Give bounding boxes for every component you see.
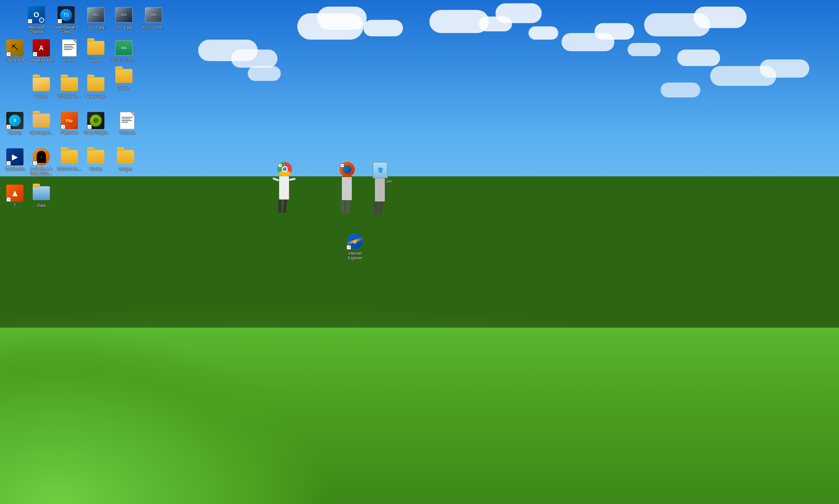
icon-images[interactable]: Images: [111, 147, 140, 173]
icon-notes-txt[interactable]: Notes.txt: [112, 111, 142, 137]
icon-camstudio[interactable]: ▶ ↗ CamStudio: [0, 147, 30, 173]
dig-n-rig-label: Dig-N-Rig: [6, 58, 24, 62]
icon-cheat-engine[interactable]: ⚙ ↗ Cheat Engine: [81, 111, 111, 137]
icon-tdsskiller[interactable]: TDSSKiller....: [54, 74, 84, 100]
icon-microsoft-outlook[interactable]: O ↗ Microsoft Outlook: [21, 5, 51, 36]
microsoft-outlook-icon: O ↗: [28, 6, 45, 23]
202-6-jpg-label: 202-6.jpg: [88, 25, 104, 30]
teamspeak3-icon: TS ↗: [57, 6, 75, 23]
2012-03-16-icon: [61, 148, 78, 165]
icon-phone[interactable]: phone: [109, 66, 139, 92]
icon-202-6-jpg[interactable]: IMG 202-6.jpg: [81, 5, 111, 31]
tdsskiller-label: TDSSKiller....: [57, 94, 81, 99]
images-icon: [117, 148, 134, 165]
icon-idiocracy[interactable]: Idiocracy.LI...: [26, 111, 56, 137]
shortcut-arrow: ↗: [346, 245, 351, 250]
cheat-engine-label: Cheat Engine: [84, 130, 108, 135]
bin-label: bin: [387, 179, 392, 184]
2012-03-15-icon: IMG: [115, 39, 132, 56]
shortcut-arrow: ↗: [33, 161, 37, 165]
202-6-jpg-icon: IMG: [87, 6, 104, 23]
icon-benny[interactable]: Benny: [26, 74, 56, 100]
idiocracy-label: Idiocracy.LI...: [30, 130, 53, 135]
eula-txt-label: eula.txt: [63, 58, 76, 62]
icon-klaypex[interactable]: klaypex: [81, 38, 111, 64]
firefox-character: ↗: [334, 162, 360, 215]
cheat-engine-icon: ⚙ ↗: [87, 112, 104, 129]
flipshare-icon: Flip ↗: [61, 112, 78, 129]
icon-data[interactable]: Data: [26, 183, 56, 209]
notes-txt-icon: [119, 112, 136, 129]
icon-2012-03-15[interactable]: IMG 2012-03-15....: [109, 38, 139, 64]
2012-03-09-label: 2012-03-09....: [141, 25, 166, 30]
icon-2012-03-16[interactable]: 2012-03-16....: [54, 147, 84, 173]
teamspeak3-label: TeamSpeak 3 Client: [53, 25, 79, 34]
202-8-jpg-icon: IMG: [115, 6, 132, 23]
tdsskiller-icon: [61, 76, 78, 93]
microsoft-outlook-label: Microsoft Outlook: [23, 25, 50, 34]
camstudio-label: CamStudio: [5, 167, 24, 172]
2012-03-15-label: 2012-03-15....: [112, 58, 137, 62]
klaypex-icon: [87, 39, 104, 56]
chrome-character: ↗: [271, 162, 297, 215]
2012-03-09-icon: IMG: [145, 6, 162, 23]
dig-n-rig-icon: ⛏ ↗: [6, 39, 23, 56]
desktop: O ↗ Microsoft Outlook TS ↗ TeamSpeak 3 C…: [0, 0, 839, 504]
icon-internet-explorer[interactable]: e ↗ InternetExplorer: [340, 231, 370, 262]
adobe-reader-label: Adobe Reader X: [28, 58, 55, 67]
shortcut-arrow: ↗: [33, 52, 37, 56]
adobe-reader-icon: A ↗: [33, 39, 50, 56]
idiocracy-icon: [33, 112, 50, 129]
icon-movies[interactable]: Movies: [81, 147, 111, 173]
internet-explorer-label: InternetExplorer: [348, 251, 363, 260]
icon-eula-txt[interactable]: eula.txt: [54, 38, 84, 64]
notes-txt-label: Notes.txt: [119, 130, 135, 135]
new-folder-icon: [87, 76, 104, 93]
speccy-label: Speccy: [8, 130, 21, 135]
camstudio-icon: ▶ ↗: [6, 148, 23, 165]
t-icon: ▲ ↗: [6, 185, 23, 202]
icon-audacity[interactable]: ♪ ↗ Audacity 1.3 Beta (Unic...: [26, 147, 56, 178]
icon-speccy[interactable]: S ↗ Speccy: [0, 111, 30, 137]
icon-adobe-reader[interactable]: A ↗ Adobe Reader X: [26, 38, 56, 69]
audacity-icon: ♪ ↗: [33, 148, 50, 165]
shortcut-arrow: ↗: [61, 125, 66, 129]
shortcut-arrow: ↗: [87, 125, 92, 129]
movies-icon: [87, 148, 104, 165]
data-icon: [33, 185, 50, 202]
icon-t[interactable]: ▲ ↗ T: [0, 183, 30, 209]
shortcut-arrow: ↗: [28, 19, 32, 23]
eula-txt-icon: [61, 39, 78, 56]
klaypex-label: klaypex: [89, 58, 103, 62]
shortcut-arrow: ↗: [6, 161, 11, 165]
phone-label: phone: [118, 86, 129, 90]
phone-icon: [115, 67, 132, 85]
icon-202-8-jpg[interactable]: IMG 202-8.jpg: [109, 5, 139, 31]
icon-new-folder[interactable]: New Folder: [81, 74, 111, 100]
benny-label: Benny: [36, 94, 47, 99]
movies-label: Movies: [90, 167, 102, 172]
images-label: Images: [119, 167, 132, 172]
audacity-label: Audacity 1.3 Beta (Unic...: [28, 167, 55, 176]
t-label: T: [14, 203, 16, 208]
data-label: Data: [37, 203, 45, 208]
speccy-icon: S ↗: [6, 112, 23, 129]
icon-flipshare[interactable]: Flip ↗ FlipShare: [54, 111, 84, 137]
bin-character: 🪣 bin: [367, 162, 393, 215]
new-folder-label: New Folder: [86, 94, 106, 99]
202-8-jpg-label: 202-8.jpg: [115, 25, 132, 30]
icon-2012-03-09[interactable]: IMG 2012-03-09....: [139, 5, 168, 31]
icon-teamspeak3[interactable]: TS ↗ TeamSpeak 3 Client: [51, 5, 81, 36]
shortcut-arrow: ↗: [6, 197, 11, 202]
shortcut-arrow: ↗: [6, 52, 11, 56]
internet-explorer-icon: e ↗: [346, 233, 364, 250]
benny-icon: [33, 76, 50, 93]
2012-03-16-label: 2012-03-16....: [57, 167, 82, 172]
shortcut-arrow: ↗: [6, 125, 11, 129]
flipshare-label: FlipShare: [61, 130, 78, 135]
icon-dig-n-rig[interactable]: ⛏ ↗ Dig-N-Rig: [0, 38, 30, 64]
shortcut-arrow: ↗: [57, 19, 62, 23]
